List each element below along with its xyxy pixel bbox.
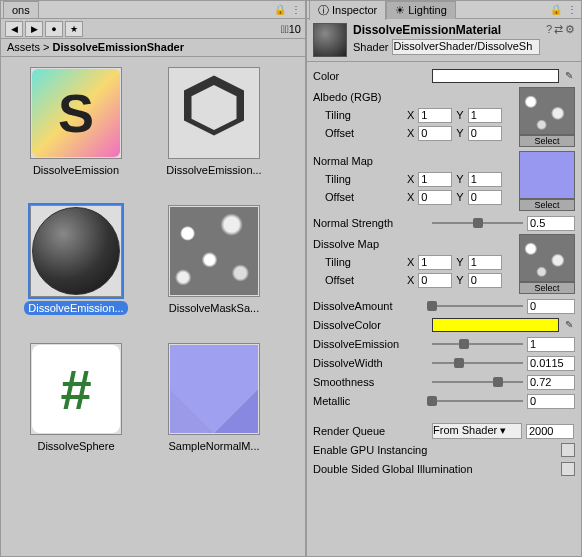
dissolve-width-slider[interactable]	[432, 356, 523, 370]
breadcrumb-root[interactable]: Assets	[7, 41, 40, 53]
asset-label: DissolveEmission...	[162, 163, 265, 177]
smoothness-slider[interactable]	[432, 375, 523, 389]
dissolve-amount-value[interactable]	[527, 299, 575, 314]
inspector-tab-bar: ⓘInspector ☀Lighting 🔒⋮	[307, 1, 581, 19]
lock-icon[interactable]: 🔒	[549, 3, 563, 17]
albedo-offset-y[interactable]	[468, 126, 502, 141]
nav-fwd-button[interactable]: ▶	[25, 21, 43, 37]
double-sided-row: Double Sided Global Illumination	[313, 461, 575, 477]
asset-label: DissolveSphere	[33, 439, 118, 453]
normalmap-tiling-x[interactable]	[418, 172, 452, 187]
normalmap-group: Normal Map Tiling X Y Offset X Y Select	[313, 151, 575, 212]
render-queue-row: Render Queue From Shader ▾	[313, 423, 575, 439]
asset-item[interactable]: DissolveEmission...	[11, 205, 141, 335]
normal-strength-slider[interactable]	[432, 216, 523, 230]
asset-item[interactable]: SampleNormalM...	[149, 343, 279, 473]
color-label: Color	[313, 70, 428, 82]
dissolvemap-group: Dissolve Map Tiling X Y Offset X Y Selec…	[313, 234, 575, 295]
normal-strength-value[interactable]	[527, 216, 575, 231]
eyedropper-icon[interactable]: ✎	[563, 319, 575, 331]
property-list: Color ✎ Albedo (RGB) Tiling X Y Offset X…	[307, 62, 581, 483]
lighting-icon: ☀	[395, 4, 405, 17]
gear-icon[interactable]: ⚙	[565, 23, 575, 36]
eyedropper-icon[interactable]: ✎	[563, 70, 575, 82]
inspector-panel: ⓘInspector ☀Lighting 🔒⋮ DissolveEmission…	[306, 0, 582, 557]
asset-label: DissolveEmission	[29, 163, 123, 177]
breadcrumb-current[interactable]: DissolveEmissionShader	[53, 41, 184, 53]
dissolve-emission-value[interactable]	[527, 337, 575, 352]
normalmap-offset-x[interactable]	[418, 190, 452, 205]
normalmap-tiling-y[interactable]	[468, 172, 502, 187]
smoothness-value[interactable]	[527, 375, 575, 390]
preset-icon[interactable]: ⇄	[554, 23, 563, 36]
project-panel: ons 🔒 ⋮ ◀ ▶ ● ★ 👁̸10 Assets > DissolveEm…	[0, 0, 306, 557]
asset-item[interactable]: DissolveEmission...	[149, 67, 279, 197]
hidden-count: 👁̸10	[281, 23, 301, 35]
albedo-label: Albedo (RGB)	[313, 91, 428, 103]
dissolve-width-value[interactable]	[527, 356, 575, 371]
dissolve-color-swatch[interactable]	[432, 318, 559, 332]
double-sided-checkbox[interactable]	[561, 462, 575, 476]
dissolve-emission-slider[interactable]	[432, 337, 523, 351]
dissolvemap-select-button[interactable]: Select	[519, 282, 575, 294]
tab-inspector[interactable]: ⓘInspector	[309, 0, 386, 20]
asset-item[interactable]: SDissolveEmission	[11, 67, 141, 197]
render-queue-value[interactable]	[526, 424, 574, 439]
shader-dropdown[interactable]: DissolverShader/DissolveSh	[392, 39, 539, 55]
project-tab[interactable]: ons	[3, 1, 39, 18]
color-swatch[interactable]	[432, 69, 559, 83]
hidden-icon: 👁̸	[281, 23, 289, 35]
dissolve-amount-slider[interactable]	[432, 299, 523, 313]
metallic-value[interactable]	[527, 394, 575, 409]
normalmap-label: Normal Map	[313, 155, 428, 167]
dissolvemap-tiling-x[interactable]	[418, 255, 452, 270]
gpu-instancing-checkbox[interactable]	[561, 443, 575, 457]
tab-lighting[interactable]: ☀Lighting	[386, 1, 456, 19]
project-tab-bar: ons 🔒 ⋮	[1, 1, 305, 19]
albedo-tiling-x[interactable]	[418, 108, 452, 123]
asset-grid: SDissolveEmissionDissolveEmission...Diss…	[1, 57, 305, 556]
dissolvemap-offset-y[interactable]	[468, 273, 502, 288]
asset-thumb	[30, 205, 122, 297]
menu-icon[interactable]: ⋮	[289, 3, 303, 17]
albedo-select-button[interactable]: Select	[519, 135, 575, 147]
menu-icon[interactable]: ⋮	[565, 3, 579, 17]
lock-icon[interactable]: 🔒	[273, 3, 287, 17]
albedo-offset-label: Offset	[313, 127, 403, 139]
dissolvemap-texture-slot[interactable]	[519, 234, 575, 282]
smoothness-row: Smoothness	[313, 374, 575, 390]
metallic-slider[interactable]	[432, 394, 523, 408]
asset-thumb	[168, 343, 260, 435]
asset-item[interactable]: #DissolveSphere	[11, 343, 141, 473]
albedo-tiling-y[interactable]	[468, 108, 502, 123]
normalmap-texture-slot[interactable]	[519, 151, 575, 199]
gpu-instancing-row: Enable GPU Instancing	[313, 442, 575, 458]
material-preview-icon[interactable]	[313, 23, 347, 57]
asset-thumb	[168, 67, 260, 159]
normalmap-select-button[interactable]: Select	[519, 199, 575, 211]
dissolve-width-row: DissolveWidth	[313, 355, 575, 371]
dissolvemap-offset-x[interactable]	[418, 273, 452, 288]
filter-button[interactable]: ●	[45, 21, 63, 37]
shader-label: Shader	[353, 41, 388, 53]
dissolvemap-tiling-y[interactable]	[468, 255, 502, 270]
metallic-row: Metallic	[313, 393, 575, 409]
project-header-icons: 🔒 ⋮	[273, 3, 303, 17]
favorite-button[interactable]: ★	[65, 21, 83, 37]
color-row: Color ✎	[313, 68, 575, 84]
albedo-offset-x[interactable]	[418, 126, 452, 141]
breadcrumb[interactable]: Assets > DissolveEmissionShader	[1, 39, 305, 57]
help-icon[interactable]: ?	[546, 23, 552, 36]
normalmap-offset-y[interactable]	[468, 190, 502, 205]
dissolve-amount-row: DissolveAmount	[313, 298, 575, 314]
project-tab-label: ons	[12, 4, 30, 16]
asset-label: SampleNormalM...	[164, 439, 263, 453]
asset-thumb	[168, 205, 260, 297]
nav-back-button[interactable]: ◀	[5, 21, 23, 37]
unity-logo-icon	[169, 68, 259, 158]
render-queue-dropdown[interactable]: From Shader ▾	[432, 423, 522, 439]
albedo-texture-slot[interactable]	[519, 87, 575, 135]
asset-item[interactable]: DissolveMaskSa...	[149, 205, 279, 335]
asset-label: DissolveMaskSa...	[165, 301, 263, 315]
asset-label: DissolveEmission...	[24, 301, 127, 315]
